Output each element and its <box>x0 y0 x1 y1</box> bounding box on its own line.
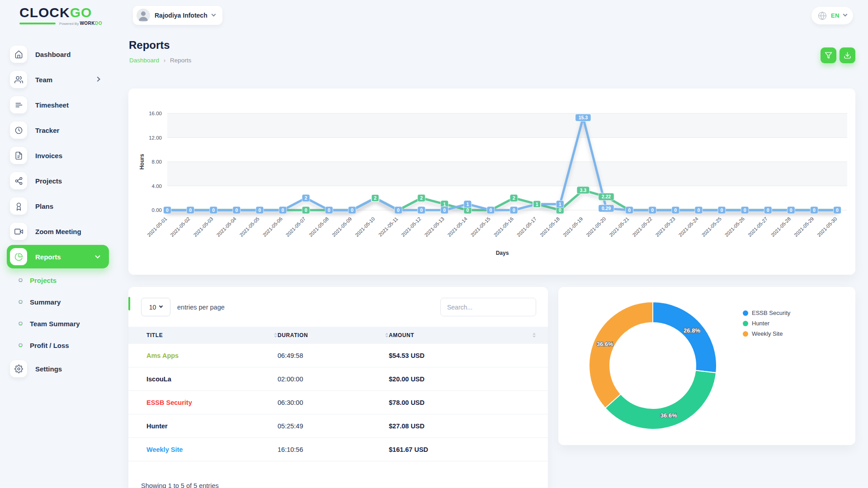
donut-legend: ESSB SecurityHunterWeekly Site <box>743 310 790 337</box>
svg-text:0: 0 <box>258 207 261 213</box>
svg-text:2: 2 <box>513 195 515 201</box>
sidebar-item-label: Plans <box>35 202 53 210</box>
sidebar-item-invoices[interactable]: Invoices <box>0 143 117 168</box>
table-row-ams-apps: Ams Apps06:49:58$54.53 USD <box>128 344 548 367</box>
sidebar-subitem-summary[interactable]: Summary <box>0 291 117 313</box>
legend-dot <box>743 331 748 337</box>
filter-button[interactable] <box>821 47 836 63</box>
svg-text:0: 0 <box>628 207 631 213</box>
cell-title[interactable]: Weekly Site <box>128 446 278 453</box>
language-selector[interactable]: EN <box>811 7 853 24</box>
tracker-icon <box>10 122 27 139</box>
plans-icon <box>10 197 27 215</box>
sidebar-item-timesheet[interactable]: Timesheet <box>0 92 117 117</box>
sort-icon[interactable] <box>274 333 278 338</box>
sidebar-item-team[interactable]: Team <box>0 67 117 92</box>
download-button[interactable] <box>840 47 855 63</box>
svg-text:0: 0 <box>189 207 192 213</box>
svg-text:2021-05-07: 2021-05-07 <box>285 216 307 238</box>
sidebar-subitem-label: Projects <box>30 277 57 284</box>
logo-powered-by: Powered By WORKDO <box>59 21 102 26</box>
svg-text:0.00: 0.00 <box>152 207 162 213</box>
table-row-hunter: Hunter05:25:49$27.08 USD <box>128 414 548 438</box>
svg-text:2021-05-12: 2021-05-12 <box>400 216 422 238</box>
legend-label: ESSB Security <box>752 310 790 316</box>
company-switcher[interactable]: Rajodiya Infotech <box>133 6 222 25</box>
sidebar-subitem-profit-loss[interactable]: Profit / Loss <box>0 334 117 356</box>
svg-text:3.3: 3.3 <box>580 188 587 193</box>
breadcrumb-dashboard-link[interactable]: Dashboard <box>129 57 159 64</box>
sidebar-item-label: Zoom Meeting <box>35 228 81 235</box>
bullet-icon <box>19 343 23 347</box>
sort-icon[interactable] <box>385 333 389 338</box>
column-label: AMOUNT <box>389 332 414 338</box>
svg-text:0: 0 <box>212 207 215 213</box>
language-code: EN <box>831 12 840 19</box>
sidebar-item-dashboard[interactable]: Dashboard <box>0 42 117 67</box>
sidebar-item-settings[interactable]: Settings <box>0 356 117 381</box>
table-header-row: TITLEDURATIONAMOUNT <box>128 327 548 344</box>
filter-icon <box>825 52 832 59</box>
legend-label: Weekly Site <box>752 330 783 337</box>
bullet-icon <box>19 322 23 326</box>
projects-report-table-card: 10 entries per page TITLEDURATIONAMOUNT … <box>128 287 548 488</box>
svg-text:0: 0 <box>767 207 769 213</box>
svg-text:0: 0 <box>836 207 839 213</box>
svg-text:0: 0 <box>420 207 423 213</box>
svg-text:2021-05-11: 2021-05-11 <box>377 216 399 238</box>
svg-text:0: 0 <box>790 207 793 213</box>
sidebar-item-zoom-meeting[interactable]: Zoom Meeting <box>0 219 117 244</box>
sidebar-item-reports[interactable]: Reports <box>0 245 117 268</box>
svg-text:0: 0 <box>443 207 446 213</box>
svg-text:0: 0 <box>651 207 654 213</box>
cell-duration: 06:30:00 <box>278 399 389 406</box>
svg-text:0: 0 <box>305 207 307 213</box>
svg-text:2021-05-17: 2021-05-17 <box>516 216 538 238</box>
chevron-down-icon <box>843 12 848 17</box>
legend-item-essb-security[interactable]: ESSB Security <box>743 310 790 316</box>
sort-icon[interactable] <box>532 333 536 338</box>
sidebar-subitem-team-summary[interactable]: Team Summary <box>0 313 117 334</box>
svg-text:0: 0 <box>235 207 238 213</box>
sidebar-item-plans[interactable]: Plans <box>0 193 117 219</box>
bullet-icon <box>19 300 23 304</box>
svg-text:1: 1 <box>466 202 469 207</box>
svg-text:1: 1 <box>536 202 538 207</box>
svg-text:0: 0 <box>559 207 561 213</box>
sidebar-subitem-label: Summary <box>30 298 61 306</box>
legend-item-weekly-site[interactable]: Weekly Site <box>743 330 790 337</box>
zoom-meeting-icon <box>10 223 27 240</box>
svg-text:36.6%: 36.6% <box>597 341 613 347</box>
svg-text:0: 0 <box>744 207 746 213</box>
cell-title[interactable]: ESSB Security <box>128 399 278 406</box>
sidebar-item-label: Settings <box>35 365 62 373</box>
sidebar-item-tracker[interactable]: Tracker <box>0 117 117 143</box>
legend-label: Hunter <box>752 320 769 327</box>
entries-per-page-select[interactable]: 10 <box>141 298 170 316</box>
column-header-duration[interactable]: DURATION <box>278 332 389 338</box>
svg-text:0: 0 <box>490 207 492 213</box>
svg-text:0: 0 <box>813 207 816 213</box>
app-logo[interactable]: CLOCKGO Powered By WORKDO <box>19 5 105 26</box>
svg-text:2021-05-23: 2021-05-23 <box>654 216 676 238</box>
svg-text:2: 2 <box>305 195 307 201</box>
chevron-down-icon <box>159 304 163 307</box>
cell-title[interactable]: Ams Apps <box>128 352 278 359</box>
column-header-amount[interactable]: AMOUNT <box>389 332 548 338</box>
sidebar-submenu-reports: ProjectsSummaryTeam SummaryProfit / Loss <box>0 269 117 356</box>
column-header-title[interactable]: TITLE <box>128 332 278 338</box>
svg-text:2021-05-03: 2021-05-03 <box>192 216 214 238</box>
search-input[interactable] <box>440 298 536 316</box>
projects-icon <box>10 172 27 189</box>
sidebar-item-projects[interactable]: Projects <box>0 168 117 193</box>
svg-text:2021-05-27: 2021-05-27 <box>747 216 769 238</box>
table-row-weekly-site: Weekly Site16:10:56$161.67 USD <box>128 438 548 461</box>
legend-item-hunter[interactable]: Hunter <box>743 320 790 327</box>
cell-amount: $54.53 USD <box>389 352 548 359</box>
svg-text:0: 0 <box>397 207 400 213</box>
sidebar-subitem-projects[interactable]: Projects <box>0 269 117 291</box>
svg-text:2021-05-06: 2021-05-06 <box>262 216 283 238</box>
cell-amount: $20.00 USD <box>389 375 548 383</box>
cell-title[interactable]: Hunter <box>128 422 278 430</box>
cell-title[interactable]: IscouLa <box>128 375 278 383</box>
